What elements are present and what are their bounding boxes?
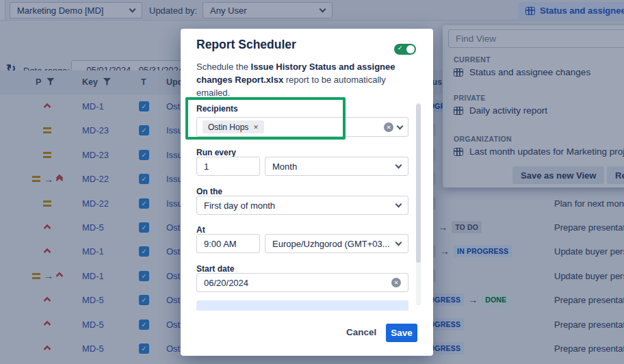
- run-every-unit-select[interactable]: Month: [265, 157, 408, 176]
- on-the-select[interactable]: First day of month: [196, 196, 408, 215]
- chevron-down-icon: [395, 162, 402, 169]
- at-label: At: [196, 225, 205, 235]
- cancel-button[interactable]: Cancel: [346, 327, 376, 337]
- run-every-label: Run every: [196, 148, 236, 157]
- chevron-down-icon: [395, 239, 402, 246]
- clear-icon[interactable]: [391, 278, 401, 287]
- app-screen: Marketing Demo [MD] Updated by: Any User…: [0, 0, 624, 364]
- timezone-select[interactable]: Europe/Uzhgorod (GMT+03...: [265, 234, 408, 253]
- start-date-label: Start date: [196, 264, 234, 274]
- chevron-down-icon: [395, 201, 402, 208]
- recipient-chip-label: Ostin Hops: [208, 122, 248, 132]
- modal-scrollbar-track[interactable]: [416, 103, 421, 305]
- modal-scrollbar-thumb[interactable]: [416, 104, 421, 263]
- recipients-field[interactable]: Ostin Hops: [196, 117, 408, 137]
- chevron-down-icon[interactable]: [397, 122, 404, 129]
- run-every-unit-value: Month: [272, 161, 297, 172]
- timezone-value: Europe/Uzhgorod (GMT+03...: [272, 239, 390, 249]
- run-every-value-input[interactable]: [196, 157, 260, 176]
- remove-recipient-icon[interactable]: [253, 124, 259, 131]
- recipient-chip: Ostin Hops: [203, 120, 264, 133]
- modal-title: Report Scheduler: [196, 38, 296, 52]
- modal-description: Schedule the Issue History Status and as…: [196, 60, 418, 100]
- scheduler-toggle[interactable]: [394, 44, 416, 55]
- check-icon: [398, 44, 403, 51]
- notice-bar: [196, 300, 408, 311]
- toggle-knob: [406, 45, 415, 53]
- on-the-label: On the: [196, 187, 222, 196]
- start-date-value: 06/20/2024: [204, 278, 248, 288]
- recipients-label: Recipients: [196, 104, 238, 114]
- report-scheduler-modal: Report Scheduler Schedule the Issue Hist…: [181, 29, 433, 356]
- at-time-input[interactable]: [196, 234, 260, 253]
- on-the-value: First day of month: [204, 200, 275, 211]
- save-button[interactable]: Save: [386, 324, 417, 342]
- start-date-input[interactable]: 06/20/2024: [196, 273, 408, 292]
- clear-icon[interactable]: [384, 122, 393, 132]
